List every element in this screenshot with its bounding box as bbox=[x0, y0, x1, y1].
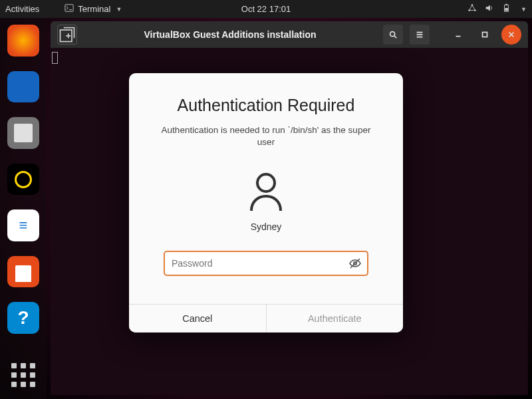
close-button[interactable] bbox=[501, 25, 521, 45]
dock-app-files[interactable] bbox=[7, 117, 39, 149]
gnome-topbar: Activities Terminal ▼ Oct 22 17:01 ▼ bbox=[0, 0, 532, 18]
user-identity: Sydney bbox=[247, 172, 285, 232]
svg-rect-5 bbox=[505, 4, 507, 5]
clock[interactable]: Oct 22 17:01 bbox=[241, 4, 291, 14]
user-avatar-icon bbox=[247, 172, 285, 215]
dock-app-help[interactable]: ? bbox=[7, 302, 39, 334]
network-icon[interactable] bbox=[467, 3, 477, 15]
password-input[interactable] bbox=[164, 251, 368, 276]
terminal-window-header: VirtualBox Guest Additions installation bbox=[51, 21, 528, 48]
volume-icon[interactable] bbox=[485, 3, 494, 15]
dialog-title: Authentication Required bbox=[178, 96, 355, 115]
app-menu-label[interactable]: Terminal bbox=[78, 4, 110, 14]
dock-app-libreoffice-writer[interactable]: ≡ bbox=[7, 209, 39, 241]
dock-app-software[interactable] bbox=[7, 256, 39, 288]
username-label: Sydney bbox=[251, 221, 282, 232]
dock-app-rhythmbox[interactable] bbox=[7, 164, 39, 196]
battery-icon[interactable] bbox=[502, 3, 511, 15]
svg-rect-9 bbox=[483, 33, 487, 37]
maximize-button[interactable] bbox=[475, 25, 495, 45]
activities-button[interactable]: Activities bbox=[5, 4, 39, 14]
dock: ≡ ? bbox=[0, 18, 47, 399]
authenticate-button[interactable]: Authenticate bbox=[267, 305, 404, 332]
svg-point-8 bbox=[390, 32, 395, 37]
authentication-dialog: Authentication Required Authentication i… bbox=[129, 73, 403, 332]
terminal-icon bbox=[65, 3, 74, 15]
svg-point-10 bbox=[257, 174, 275, 192]
svg-rect-0 bbox=[65, 5, 73, 12]
hamburger-menu-button[interactable] bbox=[410, 25, 430, 45]
dialog-button-row: Cancel Authenticate bbox=[129, 304, 403, 332]
text-cursor bbox=[52, 52, 58, 64]
dock-app-thunderbird[interactable] bbox=[7, 71, 39, 103]
new-tab-button[interactable] bbox=[57, 25, 77, 45]
window-title: VirtualBox Guest Additions installation bbox=[84, 29, 376, 40]
dialog-message: Authentication is needed to run `/bin/sh… bbox=[129, 124, 403, 148]
minimize-button[interactable] bbox=[448, 25, 468, 45]
chevron-down-icon[interactable]: ▼ bbox=[521, 6, 527, 13]
svg-rect-6 bbox=[505, 8, 507, 11]
show-applications-button[interactable] bbox=[11, 363, 35, 387]
chevron-down-icon: ▼ bbox=[116, 6, 122, 13]
cancel-button[interactable]: Cancel bbox=[129, 305, 267, 332]
dock-app-firefox[interactable] bbox=[7, 25, 39, 57]
reveal-password-icon[interactable] bbox=[348, 257, 362, 270]
search-button[interactable] bbox=[383, 25, 403, 45]
